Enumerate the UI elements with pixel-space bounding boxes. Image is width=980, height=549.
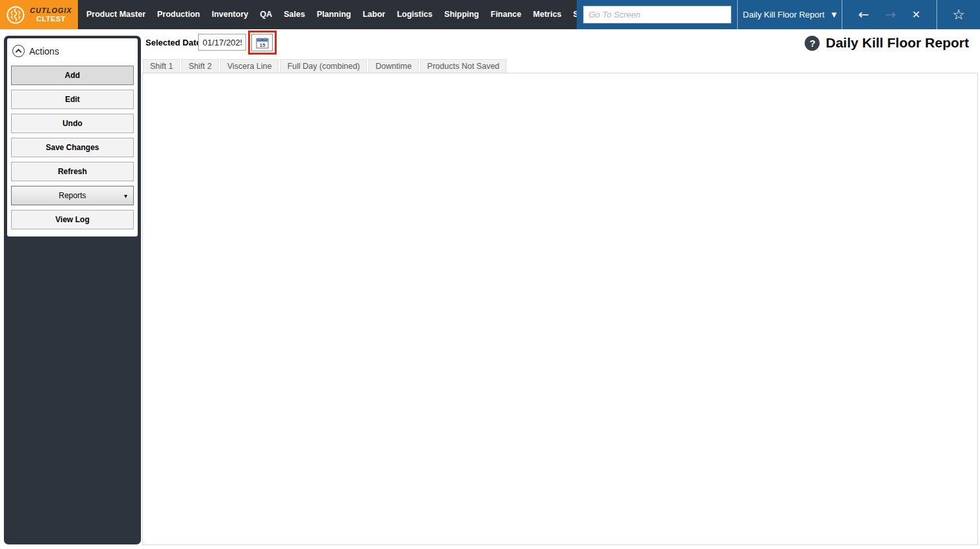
selected-date-label: Selected Date xyxy=(145,38,201,47)
favorite-section: ☆ xyxy=(937,0,980,29)
reports-dropdown-button[interactable]: Reports ▾ xyxy=(11,186,134,205)
menu-item-production[interactable]: Production xyxy=(151,0,206,29)
environment-label: CLTEST xyxy=(36,15,66,23)
undo-button[interactable]: Undo xyxy=(11,114,134,133)
top-navigation-bar: CUTLOGIX CLTEST Product Master Productio… xyxy=(0,0,980,29)
tab-full-day-combined[interactable]: Full Day (combined) xyxy=(280,59,367,73)
favorite-star-icon[interactable]: ☆ xyxy=(952,0,965,29)
menu-item-sales[interactable]: Sales xyxy=(278,0,311,29)
report-tabs: Shift 1 Shift 2 Viscera Line Full Day (c… xyxy=(143,59,507,73)
reports-label: Reports xyxy=(58,191,86,200)
date-picker-button[interactable]: 15 xyxy=(251,34,273,51)
back-arrow-icon[interactable]: ← xyxy=(859,0,870,29)
page-title: Daily Kill Floor Report xyxy=(825,35,969,51)
current-screen-label: Daily Kill Floor Report xyxy=(743,10,825,19)
help-icon[interactable]: ? xyxy=(805,36,820,51)
close-icon[interactable]: ✕ xyxy=(912,0,920,29)
view-log-button[interactable]: View Log xyxy=(11,210,134,229)
menu-item-qa[interactable]: QA xyxy=(254,0,278,29)
actions-panel-title: Actions xyxy=(29,46,59,57)
current-screen-dropdown[interactable]: Daily Kill Floor Report ▼ xyxy=(738,0,842,29)
menu-item-inventory[interactable]: Inventory xyxy=(206,0,254,29)
menu-item-finance[interactable]: Finance xyxy=(485,0,527,29)
tab-products-not-saved[interactable]: Products Not Saved xyxy=(420,59,507,73)
menu-item-product-master[interactable]: Product Master xyxy=(81,0,151,29)
go-to-screen-input[interactable] xyxy=(583,6,731,23)
menu-item-planning[interactable]: Planning xyxy=(311,0,357,29)
goto-screen-section xyxy=(577,0,737,29)
logo-text: CUTLOGIX CLTEST xyxy=(30,6,72,22)
brain-logo-icon xyxy=(6,5,25,25)
refresh-button[interactable]: Refresh xyxy=(11,162,134,181)
save-changes-button[interactable]: Save Changes xyxy=(11,138,134,157)
tab-shift-1[interactable]: Shift 1 xyxy=(143,59,180,73)
actions-panel-header: Actions xyxy=(11,43,134,61)
menu-item-system[interactable]: System xyxy=(568,0,577,29)
collapse-panel-button[interactable] xyxy=(12,45,25,57)
menu-item-shipping[interactable]: Shipping xyxy=(438,0,484,29)
menu-item-logistics[interactable]: Logistics xyxy=(391,0,438,29)
actions-sidebar: Actions Add Edit Undo Save Changes Refre… xyxy=(4,36,141,544)
selected-date-input[interactable] xyxy=(198,34,246,51)
edit-button[interactable]: Edit xyxy=(11,90,134,109)
add-button[interactable]: Add xyxy=(11,66,134,85)
screen-navigation-zone: Daily Kill Floor Report ▼ ← → ✕ ☆ xyxy=(577,0,980,29)
chevron-down-icon: ▾ xyxy=(124,192,127,199)
forward-arrow-icon[interactable]: → xyxy=(885,0,896,29)
app-logo[interactable]: CUTLOGIX CLTEST xyxy=(0,0,78,29)
tab-viscera-line[interactable]: Viscera Line xyxy=(220,59,279,73)
tab-downtime[interactable]: Downtime xyxy=(368,59,419,73)
chevron-up-icon xyxy=(16,49,22,55)
menu-item-labor[interactable]: Labor xyxy=(357,0,391,29)
report-content-area xyxy=(142,73,978,545)
svg-text:15: 15 xyxy=(259,42,265,47)
history-controls: ← → ✕ xyxy=(842,0,936,29)
menu-item-metrics[interactable]: Metrics xyxy=(527,0,568,29)
actions-panel: Actions Add Edit Undo Save Changes Refre… xyxy=(7,38,138,236)
chevron-down-icon: ▼ xyxy=(832,11,837,18)
tab-shift-2[interactable]: Shift 2 xyxy=(181,59,218,73)
brand-name: CUTLOGIX xyxy=(30,6,72,14)
calendar-icon: 15 xyxy=(256,37,269,49)
main-menu: Product Master Production Inventory QA S… xyxy=(78,0,577,29)
page-title-row: ? Daily Kill Floor Report xyxy=(805,35,969,51)
